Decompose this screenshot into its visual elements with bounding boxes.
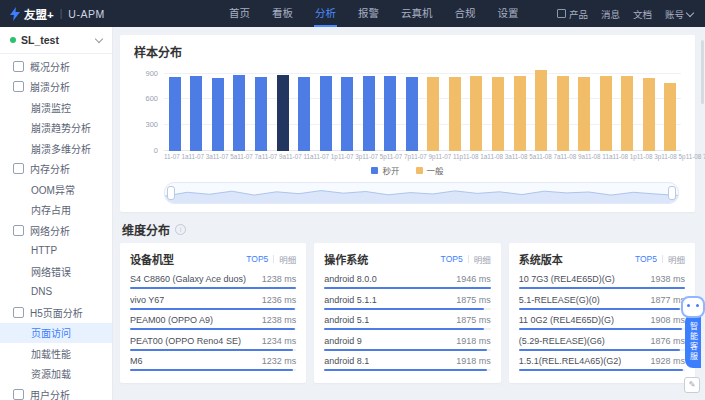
brush-left-handle[interactable]	[167, 186, 175, 200]
metric-row-2: 11 0G2 (REL4E65D)(G)1908 ms	[519, 315, 685, 330]
nav-tab-0[interactable]: 首页	[218, 0, 261, 27]
x-tick-label: 11-08 7a	[536, 153, 560, 160]
detail-link[interactable]: 明细	[279, 253, 296, 265]
top5-link[interactable]: TOP5	[246, 254, 268, 264]
sidebar-item-3[interactable]: 崩溃趋势分析	[0, 118, 112, 139]
bar-slot-1[interactable]	[186, 65, 208, 151]
detail-link[interactable]: 明细	[474, 253, 491, 265]
bar-slot-16[interactable]	[509, 65, 531, 151]
sidebar-item-10[interactable]: 网络错误	[0, 261, 112, 282]
bar-slot-4[interactable]	[250, 65, 272, 151]
brush-right-handle[interactable]	[668, 186, 676, 200]
sidebar-item-2[interactable]: 崩溃监控	[0, 97, 112, 118]
sidebar-item-0[interactable]: 概况分析	[0, 56, 112, 77]
bar-slot-13[interactable]	[444, 65, 466, 151]
bar-slot-0[interactable]	[164, 65, 186, 151]
nav-tab-4[interactable]: 云真机	[390, 0, 444, 27]
sidebar-item-9[interactable]: HTTP	[0, 241, 112, 262]
metric-row-2: PEAM00 (OPPO A9)1238 ms	[130, 315, 296, 330]
assistant-tab[interactable]: 智能客服	[685, 314, 701, 368]
sidebar-item-1[interactable]: 崩溃分析	[0, 77, 112, 98]
brand-name: 友盟+	[24, 6, 54, 22]
bar-slot-19[interactable]	[573, 65, 595, 151]
nav-tab-6[interactable]: 设置	[487, 0, 530, 27]
bar-slot-5[interactable]	[272, 65, 294, 151]
nav-right-item-3[interactable]: 账号	[665, 7, 693, 21]
bar-slot-17[interactable]	[530, 65, 552, 151]
metric-name: (5.29-RELEASE)(G6)	[519, 336, 605, 346]
sidebar-item-4[interactable]: 崩溃多维分析	[0, 138, 112, 159]
metric-row-3: (5.29-RELEASE)(G6)1876 ms	[519, 336, 685, 351]
sidebar-item-15[interactable]: 资源加载	[0, 364, 112, 385]
assistant-widget[interactable]: 智能客服	[681, 296, 705, 368]
bar-slot-22[interactable]	[638, 65, 660, 151]
metric-bar-fill	[519, 287, 685, 289]
metric-bar-track	[519, 308, 685, 310]
top5-link[interactable]: TOP5	[441, 254, 463, 264]
metric-value: 1877 ms	[650, 295, 685, 305]
sidebar-item-13[interactable]: 页面访问	[0, 323, 112, 344]
metric-name: 10 7G3 (REL4E65D)(G)	[519, 274, 615, 284]
sidebar-item-11[interactable]: DNS	[0, 282, 112, 303]
sidebar-item-14[interactable]: 加载性能	[0, 343, 112, 364]
nav-tab-3[interactable]: 报警	[347, 0, 390, 27]
detail-link[interactable]: 明细	[668, 253, 685, 265]
robot-icon	[681, 296, 705, 318]
nav-right-label: 消息	[601, 7, 620, 21]
app-selector[interactable]: SL_test	[0, 27, 112, 54]
bar-slot-9[interactable]	[358, 65, 380, 151]
bar-slot-10[interactable]	[379, 65, 401, 151]
sidebar-item-label: 页面访问	[31, 325, 71, 340]
sample-bar-chart: 0300600900 11-07 1a11-07 3a11-07 5a11-07…	[134, 65, 681, 204]
bar-slot-3[interactable]	[229, 65, 251, 151]
nav-tab-2[interactable]: 分析	[304, 0, 347, 27]
info-icon[interactable]: i	[175, 224, 186, 235]
metric-row-1: android 5.1.11875 ms	[324, 295, 490, 310]
metric-bar-fill	[519, 349, 680, 351]
bar-slot-14[interactable]	[466, 65, 488, 151]
metric-name: android 8.0.0	[324, 274, 377, 284]
x-tick-label: 11-08 7p	[686, 153, 705, 160]
legend-item-0[interactable]: 秒开	[371, 164, 399, 176]
feedback-button[interactable]: ✎	[684, 377, 700, 393]
nav-right-item-2[interactable]: 文档	[633, 7, 652, 21]
sidebar-item-6[interactable]: OOM异常	[0, 179, 112, 200]
nav-right-item-0[interactable]: 产品	[557, 7, 588, 21]
sidebar-item-16[interactable]: 用户分析	[0, 384, 112, 400]
y-tick-label: 0	[134, 146, 158, 155]
bar-slot-15[interactable]	[487, 65, 509, 151]
bar-slot-21[interactable]	[616, 65, 638, 151]
metric-name: M6	[130, 356, 143, 366]
sidebar-item-label: DNS	[31, 286, 52, 297]
nav-right-label: 账号	[665, 7, 684, 21]
legend-item-1[interactable]: 一般	[416, 164, 444, 176]
bar-slot-18[interactable]	[552, 65, 574, 151]
chart-bar	[212, 78, 224, 151]
metric-value: 1918 ms	[456, 356, 491, 366]
nav-tab-5[interactable]: 合规	[444, 0, 487, 27]
bar-slot-7[interactable]	[315, 65, 337, 151]
bar-slot-11[interactable]	[401, 65, 423, 151]
nav-tab-1[interactable]: 看板	[261, 0, 304, 27]
sidebar-item-7[interactable]: 内存占用	[0, 200, 112, 221]
brand-logo[interactable]: 友盟+ | U-APM	[0, 6, 140, 22]
bar-slot-8[interactable]	[336, 65, 358, 151]
metric-row-0: 10 7G3 (REL4E65D)(G)1938 ms	[519, 274, 685, 289]
sidebar-item-12[interactable]: H5页面分析	[0, 302, 112, 323]
bar-slot-6[interactable]	[293, 65, 315, 151]
scrollbar-thumb[interactable]	[701, 40, 704, 104]
sidebar-item-label: 内存分析	[30, 161, 70, 176]
bar-slot-20[interactable]	[595, 65, 617, 151]
sidebar-item-5[interactable]: 内存分析	[0, 159, 112, 180]
sidebar-item-8[interactable]: 网络分析	[0, 220, 112, 241]
metric-row-text: 1.5.1(REL.REL4A65)(G2)1928 ms	[519, 356, 685, 366]
chart-range-brush[interactable]	[164, 182, 679, 204]
bar-slot-23[interactable]	[660, 65, 682, 151]
bar-slot-2[interactable]	[207, 65, 229, 151]
card-title: 操作系统	[324, 251, 440, 267]
chart-bar	[341, 77, 353, 151]
top5-link[interactable]: TOP5	[635, 254, 657, 264]
legend-swatch	[416, 167, 423, 174]
nav-right-item-1[interactable]: 消息	[601, 7, 620, 21]
bar-slot-12[interactable]	[423, 65, 445, 151]
